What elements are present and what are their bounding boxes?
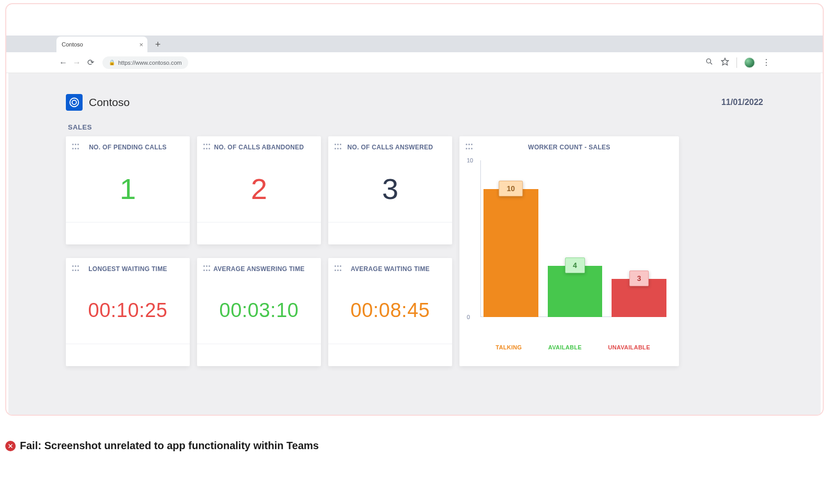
metric-title: AVERAGE WAITING TIME xyxy=(342,265,446,273)
drag-handle-icon[interactable] xyxy=(335,144,342,151)
legend-available: AVAILABLE xyxy=(548,344,582,350)
toolbar-separator xyxy=(736,57,737,68)
bar-value-label: 3 xyxy=(629,271,649,286)
close-tab-icon[interactable]: × xyxy=(139,41,143,48)
browser-toolbar: ← → ⟳ 🔒 https://www.contoso.com ⋮ xyxy=(6,52,823,73)
example-frame: Contoso × + ← → ⟳ 🔒 https://www.contoso.… xyxy=(5,3,824,416)
metric-value: 1 xyxy=(120,172,136,206)
metric-title: AVERAGE ANSWERING TIME xyxy=(211,265,315,273)
metric-row-1: NO. OF PENDING CALLS 1 NO. OF CALLS ABAN… xyxy=(66,136,452,244)
card-calls-answered: NO. OF CALLS ANSWERED 3 xyxy=(328,136,452,244)
browser-tab-contoso[interactable]: Contoso × xyxy=(56,37,147,52)
fail-caption: Fail: Screenshot unrelated to app functi… xyxy=(5,440,319,452)
browser-right-tools: ⋮ xyxy=(705,57,770,68)
metric-title: NO. OF CALLS ABANDONED xyxy=(211,144,315,151)
drag-handle-icon[interactable] xyxy=(72,265,79,273)
svg-point-3 xyxy=(70,98,79,107)
page-date: 11/01/2022 xyxy=(721,98,763,107)
lock-icon: 🔒 xyxy=(109,60,115,65)
app-logo xyxy=(66,94,83,111)
metric-value: 00:08:45 xyxy=(351,299,430,322)
metric-title: NO. OF CALLS ANSWERED xyxy=(342,144,446,151)
section-label-sales: SALES xyxy=(68,123,763,131)
chart-bar-unavailable: 3 xyxy=(612,160,666,317)
metric-title: NO. OF PENDING CALLS xyxy=(79,144,183,151)
bar xyxy=(483,189,538,317)
legend-talking: TALKING xyxy=(496,344,522,350)
drag-handle-icon[interactable] xyxy=(72,144,79,151)
chart-plot-area: 10 0 1043 xyxy=(480,160,666,317)
bar-value-label: 4 xyxy=(565,257,585,273)
svg-point-4 xyxy=(72,100,76,104)
chart-bars: 1043 xyxy=(483,160,666,317)
card-calls-abandoned: NO. OF CALLS ABANDONED 2 xyxy=(197,136,321,244)
svg-marker-2 xyxy=(721,58,728,65)
svg-point-0 xyxy=(707,58,711,63)
card-worker-count-chart: WORKER COUNT - SALES 10 0 1043 TALKING A… xyxy=(459,136,679,366)
new-tab-button[interactable]: + xyxy=(153,37,163,52)
tab-title: Contoso xyxy=(62,41,83,48)
drag-handle-icon[interactable] xyxy=(203,265,211,273)
metric-value: 2 xyxy=(251,172,267,206)
dashboard-page: Contoso 11/01/2022 SALES NO. OF PENDING … xyxy=(8,73,821,416)
zoom-icon[interactable] xyxy=(705,57,713,68)
reload-button[interactable]: ⟳ xyxy=(84,56,97,69)
chart-bar-available: 4 xyxy=(548,160,603,317)
bar xyxy=(548,266,603,317)
browser-menu-icon[interactable]: ⋮ xyxy=(762,57,770,67)
drag-handle-icon[interactable] xyxy=(466,144,473,151)
fail-text: Fail: Screenshot unrelated to app functi… xyxy=(20,440,319,452)
chart-title: WORKER COUNT - SALES xyxy=(473,144,673,151)
chart-bar-talking: 10 xyxy=(483,160,538,317)
metric-title: LONGEST WAITING TIME xyxy=(79,265,183,273)
card-pending-calls: NO. OF PENDING CALLS 1 xyxy=(66,136,190,244)
card-avg-wait: AVERAGE WAITING TIME 00:08:45 xyxy=(328,258,452,366)
address-bar[interactable]: 🔒 https://www.contoso.com xyxy=(102,56,188,69)
bar-value-label: 10 xyxy=(499,181,523,196)
dashboard-grid: NO. OF PENDING CALLS 1 NO. OF CALLS ABAN… xyxy=(66,136,763,366)
app-name: Contoso xyxy=(89,96,130,109)
y-tick-max: 10 xyxy=(467,157,473,163)
metric-columns: NO. OF PENDING CALLS 1 NO. OF CALLS ABAN… xyxy=(66,136,452,366)
drag-handle-icon[interactable] xyxy=(203,144,211,151)
bookmark-star-icon[interactable] xyxy=(721,57,729,68)
svg-line-1 xyxy=(710,63,712,64)
card-longest-wait: LONGEST WAITING TIME 00:10:25 xyxy=(66,258,190,366)
drag-handle-icon[interactable] xyxy=(335,265,342,273)
fail-icon xyxy=(5,441,16,451)
card-avg-answer: AVERAGE ANSWERING TIME 00:03:10 xyxy=(197,258,321,366)
forward-button[interactable]: → xyxy=(70,56,84,69)
back-button[interactable]: ← xyxy=(56,56,70,69)
browser-tab-strip: Contoso × + xyxy=(6,36,823,52)
profile-avatar[interactable] xyxy=(744,57,755,68)
metric-row-2: LONGEST WAITING TIME 00:10:25 AVERAGE AN… xyxy=(66,258,452,366)
page-header: Contoso 11/01/2022 xyxy=(66,94,763,111)
legend-unavailable: UNAVAILABLE xyxy=(608,344,650,350)
metric-value: 3 xyxy=(382,172,398,206)
url-text: https://www.contoso.com xyxy=(118,60,182,66)
metric-value: 00:10:25 xyxy=(88,299,168,322)
y-tick-min: 0 xyxy=(467,314,470,320)
y-axis-line xyxy=(480,160,481,317)
chart-legend: TALKING AVAILABLE UNAVAILABLE xyxy=(482,344,663,350)
metric-value: 00:03:10 xyxy=(220,299,299,322)
